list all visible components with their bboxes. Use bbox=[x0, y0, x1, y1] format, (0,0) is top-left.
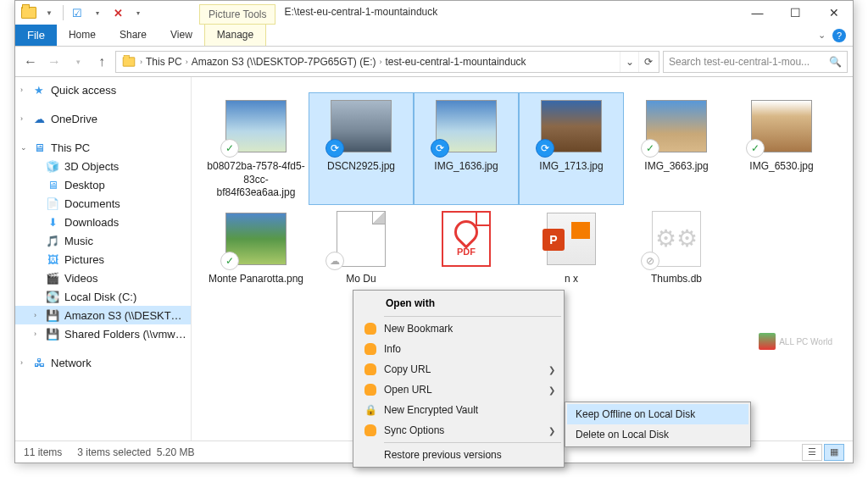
sidebar-local-disk[interactable]: 💽Local Disk (C:) bbox=[15, 287, 191, 306]
context-menu: Open with New Bookmark Info Copy URL❯ Op… bbox=[353, 290, 565, 468]
sidebar-videos[interactable]: 🎬Videos bbox=[15, 269, 191, 287]
tab-file[interactable]: File bbox=[15, 25, 57, 46]
file-label: DSCN2925.jpg bbox=[327, 160, 395, 174]
maximize-button[interactable]: ☐ bbox=[776, 1, 815, 25]
breadcrumb-segment[interactable]: This PC bbox=[142, 56, 186, 68]
file-item[interactable]: ✓ IMG_3663.jpg bbox=[624, 92, 729, 205]
chevron-right-icon: ❯ bbox=[548, 426, 555, 435]
menu-new-bookmark[interactable]: New Bookmark bbox=[355, 319, 562, 339]
navigation-pane: ›★Quick access ›☁OneDrive ⌄🖥This PC 🧊3D … bbox=[15, 77, 192, 441]
sidebar-downloads[interactable]: ⬇Downloads bbox=[15, 213, 191, 231]
refresh-icon[interactable]: ⟳ bbox=[638, 52, 657, 72]
syncing-icon: ⟳ bbox=[536, 139, 554, 158]
watermark: ALL PC World bbox=[759, 333, 832, 350]
tab-home[interactable]: Home bbox=[57, 25, 108, 46]
sidebar-pictures[interactable]: 🖼Pictures bbox=[15, 250, 191, 269]
file-item[interactable]: ⟳ IMG_1713.jpg bbox=[519, 92, 624, 205]
search-input[interactable]: Search test-eu-central-1-mou... 🔍 bbox=[663, 51, 848, 73]
blocked-icon: ⊘ bbox=[641, 252, 659, 270]
file-item[interactable]: P n x bbox=[519, 205, 624, 291]
chevron-right-icon: ❯ bbox=[548, 365, 555, 374]
menu-info[interactable]: Info bbox=[355, 339, 562, 359]
address-bar[interactable]: › This PC › Amazon S3 (\\DESKTOP-7PG65GT… bbox=[115, 51, 659, 73]
dropdown-icon[interactable]: ▾ bbox=[130, 4, 147, 21]
sidebar-3d-objects[interactable]: 🧊3D Objects bbox=[15, 157, 191, 175]
search-icon: 🔍 bbox=[829, 56, 842, 68]
dropdown-icon[interactable]: ▼ bbox=[41, 4, 58, 21]
tab-share[interactable]: Share bbox=[108, 25, 159, 46]
sidebar-documents[interactable]: 📄Documents bbox=[15, 194, 191, 213]
tab-manage[interactable]: Manage bbox=[204, 25, 266, 46]
folder-icon[interactable] bbox=[20, 4, 37, 21]
file-label: IMG_1713.jpg bbox=[539, 160, 603, 174]
menu-sync-options[interactable]: Sync Options❯ bbox=[355, 420, 562, 440]
cloud-icon: ☁ bbox=[326, 252, 344, 270]
up-button[interactable]: ↑ bbox=[92, 52, 112, 72]
file-item[interactable]: ☁ Mo Du bbox=[309, 205, 414, 291]
pdf-icon: PDF bbox=[442, 211, 491, 267]
sync-ok-icon: ✓ bbox=[641, 139, 659, 158]
file-item[interactable]: ⟳ IMG_1636.jpg bbox=[414, 92, 519, 205]
context-menu-header[interactable]: Open with bbox=[355, 292, 562, 314]
sidebar-music[interactable]: 🎵Music bbox=[15, 231, 191, 250]
details-view-button[interactable]: ☰ bbox=[802, 444, 822, 461]
file-item[interactable]: ✓ Monte Panarotta.png bbox=[203, 205, 309, 291]
file-label: Monte Panarotta.png bbox=[209, 273, 303, 286]
file-label: b08072ba-7578-4fd5-83cc-bf84f63ea6aa.jpg bbox=[206, 160, 306, 200]
status-item-count: 11 items bbox=[24, 446, 62, 458]
navigation-bar: ← → ▾ ↑ › This PC › Amazon S3 (\\DESKTOP… bbox=[15, 47, 853, 77]
forward-button[interactable]: → bbox=[44, 52, 64, 72]
breadcrumb-segment[interactable]: test-eu-central-1-mountainduck bbox=[382, 56, 530, 68]
file-item[interactable]: ✓ b08072ba-7578-4fd5-83cc-bf84f63ea6aa.j… bbox=[203, 92, 309, 205]
sidebar-desktop[interactable]: 🖥Desktop bbox=[15, 175, 191, 194]
sidebar-quick-access[interactable]: ›★Quick access bbox=[15, 80, 191, 99]
address-dropdown-icon[interactable]: ⌄ bbox=[620, 52, 638, 72]
sync-options-submenu: Keep Offline on Local Disk Delete on Loc… bbox=[565, 402, 751, 447]
recent-dropdown[interactable]: ▾ bbox=[68, 52, 88, 72]
menu-open-url[interactable]: Open URL❯ bbox=[355, 380, 562, 400]
file-item[interactable]: ⟳ DSCN2925.jpg bbox=[309, 92, 414, 205]
submenu-delete-local[interactable]: Delete on Local Disk bbox=[567, 424, 748, 445]
powerpoint-icon: P bbox=[547, 213, 596, 265]
status-selection: 3 items selected 5.20 MB bbox=[77, 446, 194, 458]
file-label: IMG_3663.jpg bbox=[644, 160, 708, 174]
large-icons-view-button[interactable]: ▦ bbox=[824, 444, 844, 461]
properties-icon[interactable]: ☑ bbox=[69, 4, 86, 21]
close-button[interactable]: ✕ bbox=[815, 1, 853, 25]
quick-access-toolbar: ▼ ☑ ▾ ✕ ▾ bbox=[15, 1, 152, 25]
window-title: E:\test-eu-central-1-mountainduck bbox=[275, 1, 738, 25]
title-bar: ▼ ☑ ▾ ✕ ▾ Picture Tools E:\test-eu-centr… bbox=[15, 1, 853, 25]
back-button[interactable]: ← bbox=[20, 52, 41, 72]
menu-encrypted-vault[interactable]: 🔒New Encrypted Vault bbox=[355, 400, 562, 420]
delete-icon[interactable]: ✕ bbox=[109, 4, 126, 21]
file-label: Thumbs.db bbox=[651, 273, 702, 286]
sync-ok-icon: ✓ bbox=[220, 252, 239, 270]
menu-restore-versions[interactable]: Restore previous versions bbox=[355, 445, 562, 465]
file-item[interactable]: PDF bbox=[414, 205, 519, 291]
submenu-keep-offline[interactable]: Keep Offline on Local Disk bbox=[567, 404, 748, 424]
ribbon-tabs: File Home Share View Manage ⌄ ? bbox=[15, 25, 853, 47]
sync-ok-icon: ✓ bbox=[220, 139, 239, 158]
file-item[interactable]: ✓ IMG_6530.jpg bbox=[729, 92, 834, 205]
sidebar-onedrive[interactable]: ›☁OneDrive bbox=[15, 109, 191, 128]
file-label: IMG_1636.jpg bbox=[434, 160, 498, 174]
breadcrumb-segment[interactable]: Amazon S3 (\\DESKTOP-7PG65GT) (E:) bbox=[188, 56, 380, 68]
sidebar-network[interactable]: ›🖧Network bbox=[15, 353, 191, 372]
sidebar-amazon-s3[interactable]: ›💾Amazon S3 (\\DESKTOP-7 bbox=[15, 306, 191, 324]
file-label: n x bbox=[565, 273, 578, 286]
file-label: Mo Du bbox=[346, 273, 376, 286]
sidebar-this-pc[interactable]: ⌄🖥This PC bbox=[15, 138, 191, 157]
sidebar-shared-folders[interactable]: ›💾Shared Folders (\\vmware bbox=[15, 324, 191, 343]
file-label: IMG_6530.jpg bbox=[749, 160, 813, 174]
file-item[interactable]: ⚙⚙⊘ Thumbs.db bbox=[624, 205, 729, 291]
help-icon[interactable]: ? bbox=[832, 29, 846, 42]
chevron-right-icon: ❯ bbox=[548, 385, 555, 395]
search-placeholder: Search test-eu-central-1-mou... bbox=[669, 56, 810, 68]
tab-view[interactable]: View bbox=[159, 25, 204, 46]
dropdown-icon[interactable]: ▾ bbox=[89, 4, 106, 21]
syncing-icon: ⟳ bbox=[431, 139, 449, 158]
syncing-icon: ⟳ bbox=[326, 139, 344, 158]
minimize-button[interactable]: — bbox=[738, 1, 776, 25]
menu-copy-url[interactable]: Copy URL❯ bbox=[355, 359, 562, 380]
expand-ribbon-icon[interactable]: ⌄ bbox=[818, 30, 826, 41]
